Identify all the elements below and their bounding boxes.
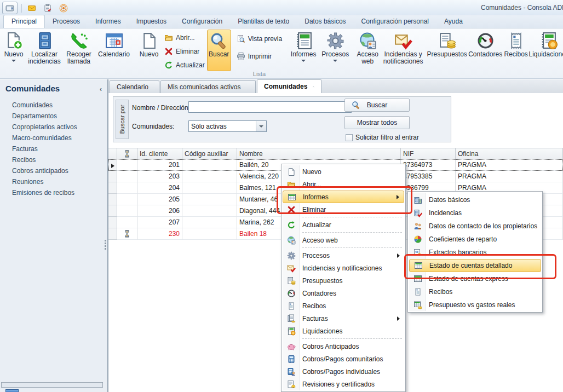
cell-id: 230 [137,228,182,240]
ribbon-vista-previa-button[interactable]: Vista previa [237,34,282,44]
ribbon-liquidaciones-button[interactable]: Liquidaciones [530,30,563,60]
submenu-item-estado-cuentas-express[interactable]: Estado de cuentas express [409,272,541,285]
column-header-codigo-auxiliar[interactable]: Código auxiliar [182,148,237,159]
button-label: Actualizar [176,61,205,69]
buscar-button[interactable]: Buscar [344,99,410,112]
sidebar-item-copropietarios-activos[interactable]: Copropietarios activos [0,122,107,132]
sidebar-item-emisiones-de-recibos[interactable]: Emisiones de recibos [0,187,107,198]
ribbon-recoger-llamada-button[interactable]: Recoger llamada [62,30,95,67]
context-item-presupuestos[interactable]: Presupuestos [283,274,404,287]
submenu-item-extractos-bancarios[interactable]: 43 Extractos bancarios [409,246,541,259]
sidebar: Comunidades ‹ Comunidades Departamentos … [0,79,107,392]
broadcast-icon[interactable] [58,3,70,13]
menu-tab-datos-basicos[interactable]: Datos básicos [297,15,353,28]
ribbon-contadores-button[interactable]: Contadores [468,30,502,60]
sidebar-collapse-button[interactable]: ‹ [100,85,102,93]
context-item-contadores[interactable]: Contadores [283,287,404,299]
context-item-liquidaciones[interactable]: Liquidaciones [283,325,404,337]
sidebar-item-recibos[interactable]: Recibos [0,154,107,165]
menu-item-label: Eliminar [302,206,326,214]
context-item-incidencias-notificaciones[interactable]: Incidencias y notificaciones [283,262,404,274]
people-icon [413,222,422,230]
ribbon-nuevo-button[interactable]: Nuevo [136,30,162,60]
column-header-nif[interactable]: NIF [401,148,456,159]
solicitar-filtro-checkbox[interactable] [346,134,353,141]
context-item-cobros-pagos-individuales[interactable]: Cobros/Pagos individuales [283,365,404,378]
ribbon-presupuestos-button[interactable]: Presupuestos [426,30,468,60]
submenu-item-estado-cuentas-detallado[interactable]: Estado de cuentas detallado [409,259,541,272]
dropdown-value: Sólo activas [189,123,256,130]
hourglass-column-header[interactable] [117,148,137,159]
submenu-item-coeficientes-reparto[interactable]: Coeficientes de reparto [409,233,541,246]
menu-tab-principal[interactable]: Principal [3,15,45,28]
sidebar-bottom-panel[interactable] [1,382,103,388]
sidebar-item-reuniones[interactable]: Reuniones [0,176,107,187]
submenu-item-datos-contacto-propietarios[interactable]: Datos de contacto de los propietarios [409,220,541,233]
menu-tab-ayuda[interactable]: Ayuda [436,15,470,28]
ribbon-buscar-button[interactable]: Buscar [207,30,231,71]
cell-id: 207 [137,217,182,228]
context-item-cobros-anticipados[interactable]: Cobros Anticipados [283,340,404,353]
ribbon-acceso-web-button[interactable]: Acceso web [354,30,381,67]
context-item-actualizar[interactable]: Actualizar [283,218,404,231]
splitter-grip-icon[interactable] [105,240,107,250]
menu-tab-impuestos[interactable]: Impuestos [129,15,174,28]
context-item-abrir[interactable]: Abrir... [283,178,404,191]
context-item-acceso-web[interactable]: Acceso web [283,234,404,246]
submenu-item-incidencias[interactable]: Incidencias [409,206,541,220]
ribbon-calendario-button[interactable]: Calendario [95,30,133,60]
context-item-informes[interactable]: Informes [283,191,404,203]
mail-icon[interactable] [26,3,38,13]
context-item-recibos[interactable]: Recibos [283,299,404,312]
ribbon-localizar-incidencias-button[interactable]: Localizar incidencias [26,30,62,67]
context-item-nuevo[interactable]: Nuevo [283,165,404,178]
sidebar-item-departamentos[interactable]: Departamentos [0,111,107,122]
submenu-item-presupuesto-vs-gastos[interactable]: Presupuesto vs gastos reales [409,298,541,312]
context-item-cobros-pagos-comunitarios[interactable]: Cobros/Pagos comunitarios [283,353,404,365]
ribbon-imprimir-button[interactable]: Imprimir [237,51,282,61]
context-item-facturas[interactable]: Facturas [283,312,404,325]
mostrar-todos-button[interactable]: Mostrar todos [344,116,410,129]
menu-item-label: Nuevo [302,168,321,176]
menu-tab-plantillas[interactable]: Plantillas de texto [230,15,297,28]
ribbon-incidencias-notificaciones-button[interactable]: Incidencias y notificaciones [381,30,426,67]
submenu-item-recibos[interactable]: Recibos [409,285,541,298]
chevron-down-icon[interactable] [256,121,266,131]
app-menu-button[interactable] [2,2,18,14]
doc-tab-mis-comunicados-activos[interactable]: Mis comunicados activos [160,80,256,93]
ribbon-procesos-dropdown-button[interactable]: Procesos [319,30,351,64]
context-item-eliminar[interactable]: Eliminar [283,203,404,216]
menu-tab-procesos[interactable]: Procesos [45,15,88,28]
tasks-icon[interactable] [42,3,54,13]
ribbon-nuevo-dropdown-button[interactable]: Nuevo [1,30,26,64]
doc-tab-calendario[interactable]: Calendario [110,80,159,93]
ribbon-recibos-button[interactable]: Recibos [502,30,530,60]
menu-tab-configuracion-personal[interactable]: Configuración personal [354,15,436,28]
tab-label: Calendario [117,83,148,91]
table-header-row: Id. cliente Código auxiliar Nombre NIF O… [108,148,563,159]
ribbon-abrir-button[interactable]: Abrir... [164,33,205,43]
sidebar-item-facturas[interactable]: Facturas [0,143,107,154]
column-header-oficina[interactable]: Oficina [456,148,563,159]
cell-office: PRAGMA [456,171,563,182]
submenu-item-datos-basicos[interactable]: Datos básicos [409,193,541,206]
sidebar-item-comunidades[interactable]: Comunidades [0,100,107,111]
close-icon[interactable] [313,83,314,90]
menu-item-label: Contadores [302,290,336,297]
doc-tab-comunidades[interactable]: Comunidades [257,79,321,93]
sidebar-item-cobros-anticipados[interactable]: Cobros anticipados [0,165,107,176]
menu-separator [302,232,402,233]
ribbon-informes-dropdown-button[interactable]: Informes [288,30,319,64]
context-item-procesos[interactable]: Procesos [283,249,404,262]
column-header-id-cliente[interactable]: Id. cliente [137,148,182,159]
communities-dropdown[interactable]: Sólo activas [188,120,267,132]
bell-document-icon [287,380,296,389]
menu-tab-configuracion[interactable]: Configuración [174,15,230,28]
menu-tab-informes[interactable]: Informes [88,15,129,28]
ribbon-eliminar-button[interactable]: Eliminar [164,47,205,56]
context-item-revisiones-certificados[interactable]: Revisiones y certificados [283,378,404,390]
name-address-input[interactable] [188,101,352,113]
column-header-nombre[interactable]: Nombre [237,148,401,159]
sidebar-item-macro-comunidades[interactable]: Macro-comunidades [0,132,107,143]
ribbon-actualizar-button[interactable]: Actualizar [164,60,205,70]
